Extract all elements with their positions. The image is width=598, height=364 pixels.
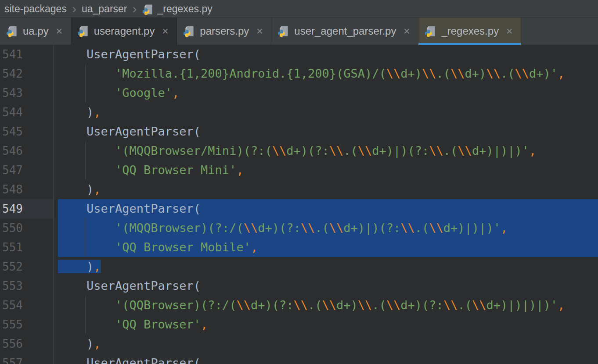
code-line: 554 '(QQBrowser)(?:/(\\d+)(?:\\.(\\d+)\\… xyxy=(0,296,598,315)
line-number[interactable]: 548 xyxy=(0,180,58,199)
line-number[interactable]: 549 xyxy=(0,199,58,218)
token-str: d+) xyxy=(336,298,358,312)
token-def: ) xyxy=(58,260,94,273)
tab-close-icon[interactable]: ✕ xyxy=(254,26,265,36)
token-def: ) xyxy=(58,105,94,119)
selection-fragment: ), xyxy=(58,260,101,273)
breadcrumb-item--regexes-py[interactable]: _regexes.py xyxy=(158,0,213,18)
token-esc: \\ xyxy=(358,144,372,157)
line-number[interactable]: 552 xyxy=(0,257,58,276)
line-number[interactable]: 554 xyxy=(0,296,58,315)
token-str: d+)' xyxy=(529,67,558,80)
token-def: UserAgentParser( xyxy=(58,125,201,138)
code-line-text[interactable]: 'QQ Browser Mini', xyxy=(58,161,598,180)
code-line: 549 UserAgentParser( xyxy=(0,199,598,218)
token-esc: \\ xyxy=(322,298,336,312)
python-file-icon xyxy=(142,4,154,15)
code-line-text[interactable]: UserAgentParser( xyxy=(58,45,598,64)
token-com: , xyxy=(94,182,101,196)
line-number[interactable]: 545 xyxy=(0,122,58,141)
code-line-text[interactable]: 'Mozilla.{1,200}Android.{1,200}(GSA)/(\\… xyxy=(58,64,598,83)
token-esc: \\ xyxy=(429,221,443,235)
token-esc: \\ xyxy=(301,221,315,235)
token-com: , xyxy=(558,67,565,80)
code-line: 556 ), xyxy=(0,334,598,353)
token-str: .( xyxy=(315,221,329,235)
token-str: d+) xyxy=(465,67,486,80)
line-number[interactable]: 555 xyxy=(0,315,58,334)
code-line-text[interactable]: 'QQ Browser', xyxy=(58,315,598,334)
tab-close-icon[interactable]: ✕ xyxy=(504,26,515,36)
tab-close-icon[interactable]: ✕ xyxy=(160,26,170,36)
python-file-icon xyxy=(425,25,437,37)
breadcrumb-item-ua-parser[interactable]: ua_parser xyxy=(82,0,127,18)
tab-close-icon[interactable]: ✕ xyxy=(401,26,412,36)
line-number[interactable]: 546 xyxy=(0,141,58,161)
python-file-icon xyxy=(183,25,195,37)
token-esc: \\ xyxy=(329,144,344,157)
line-number[interactable]: 551 xyxy=(0,238,58,257)
editor-rows: 541 UserAgentParser(542 'Mozilla.{1,200}… xyxy=(0,45,598,364)
token-str: .( xyxy=(458,298,472,312)
line-number[interactable]: 557 xyxy=(0,353,58,364)
token-str: .( xyxy=(436,67,451,80)
line-number[interactable]: 550 xyxy=(0,218,58,238)
line-number[interactable]: 544 xyxy=(0,103,58,122)
code-line: 545 UserAgentParser( xyxy=(0,122,598,141)
token-str: 'QQ Browser' xyxy=(58,318,201,331)
code-line-text[interactable]: '(MQQBrowser)(?:/(\\d+)(?:\\.(\\d+)|)(?:… xyxy=(58,218,598,238)
code-line-text[interactable]: UserAgentParser( xyxy=(58,353,598,364)
code-line: 557 UserAgentParser( xyxy=(0,353,598,364)
line-number[interactable]: 553 xyxy=(0,276,58,296)
tab-ua-py[interactable]: ua.py✕ xyxy=(0,18,71,45)
code-editor[interactable]: 541 UserAgentParser(542 'Mozilla.{1,200}… xyxy=(0,45,598,364)
code-line-text[interactable]: ), xyxy=(58,180,598,199)
line-number[interactable]: 556 xyxy=(0,334,58,353)
code-line-text[interactable]: UserAgentParser( xyxy=(58,199,598,218)
tab-label: user_agent_parser.py xyxy=(294,25,396,37)
line-number[interactable]: 541 xyxy=(0,45,58,64)
token-esc: \\ xyxy=(293,298,308,312)
line-number[interactable]: 542 xyxy=(0,64,58,83)
token-com: , xyxy=(172,86,179,100)
gutter-border xyxy=(53,45,54,364)
token-def: UserAgentParser( xyxy=(58,47,201,61)
code-line-text[interactable]: '(MQQBrowser/Mini)(?:(\\d+)(?:\\.(\\d+)|… xyxy=(58,141,598,161)
token-str: d+) xyxy=(400,67,422,80)
token-str: '(MQQBrowser)(?:/( xyxy=(58,221,244,235)
token-esc: \\ xyxy=(450,67,465,80)
code-line-text[interactable]: 'QQ Browser Mobile', xyxy=(58,238,598,257)
tab-user-agent-parser-py[interactable]: user_agent_parser.py✕ xyxy=(271,18,418,45)
code-line-text[interactable]: ), xyxy=(58,257,598,276)
token-def: ) xyxy=(58,182,94,196)
code-line-text[interactable]: 'Google', xyxy=(58,83,598,103)
token-esc: \\ xyxy=(515,67,529,80)
token-com: , xyxy=(501,221,508,235)
code-line: 547 'QQ Browser Mini', xyxy=(0,161,598,180)
tab-useragent-py[interactable]: useragent.py✕ xyxy=(71,18,177,45)
tab-parsers-py[interactable]: parsers.py✕ xyxy=(177,18,271,45)
token-str: .( xyxy=(501,67,515,80)
line-number[interactable]: 543 xyxy=(0,83,58,103)
editor-tab-bar: ua.py✕ useragent.py✕ parsers.py✕ user_ag… xyxy=(0,18,598,45)
breadcrumb-item-site-packages[interactable]: site-packages xyxy=(4,0,67,18)
code-line: 541 UserAgentParser( xyxy=(0,45,598,64)
line-number[interactable]: 547 xyxy=(0,161,58,180)
code-line-text[interactable]: UserAgentParser( xyxy=(58,122,598,141)
tab-close-icon[interactable]: ✕ xyxy=(54,26,65,36)
code-line-text[interactable]: ), xyxy=(58,103,598,122)
token-esc: \\ xyxy=(329,221,344,235)
token-esc: \\ xyxy=(472,298,486,312)
breadcrumb-separator-icon: › xyxy=(67,1,82,17)
token-com: , xyxy=(529,144,536,157)
code-line-text[interactable]: UserAgentParser( xyxy=(58,276,598,296)
code-line-text[interactable]: ), xyxy=(58,334,598,353)
code-line-text[interactable]: '(QQBrowser)(?:/(\\d+)(?:\\.(\\d+)\\.(\\… xyxy=(58,296,598,315)
code-line: 543 'Google', xyxy=(0,83,598,103)
tab--regexes-py[interactable]: _regexes.py✕ xyxy=(418,18,521,45)
breadcrumb: site-packages›ua_parser› _regexes.py xyxy=(4,0,213,18)
breadcrumb-separator-icon: › xyxy=(127,1,142,17)
token-str: .( xyxy=(308,298,322,312)
token-esc: \\ xyxy=(244,221,258,235)
token-str: .( xyxy=(343,144,358,157)
